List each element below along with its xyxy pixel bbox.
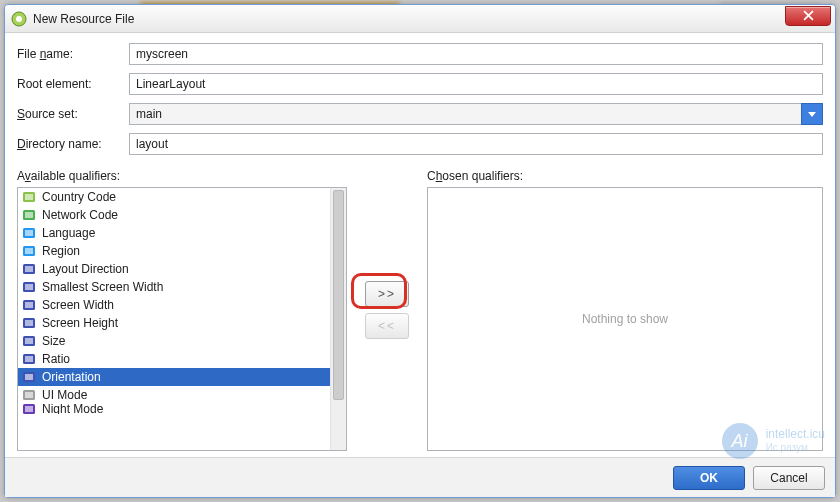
svg-rect-9 bbox=[25, 248, 33, 254]
list-item[interactable]: Screen Height bbox=[18, 314, 330, 332]
svg-rect-13 bbox=[25, 284, 33, 290]
qualifier-icon bbox=[22, 352, 36, 366]
chosen-qualifiers-label: Chosen qualifiers: bbox=[427, 169, 823, 183]
dialog-footer: OK Cancel bbox=[5, 457, 835, 497]
qualifier-icon bbox=[22, 316, 36, 330]
svg-rect-17 bbox=[25, 320, 33, 326]
list-item[interactable]: Night Mode bbox=[18, 404, 330, 414]
qualifier-icon bbox=[22, 244, 36, 258]
svg-rect-19 bbox=[25, 338, 33, 344]
qualifier-icon bbox=[22, 388, 36, 402]
qualifier-icon bbox=[22, 404, 36, 414]
qualifier-icon bbox=[22, 280, 36, 294]
qualifier-icon bbox=[22, 262, 36, 276]
directory-name-label: Directory name: bbox=[17, 137, 129, 151]
list-item-label: Smallest Screen Width bbox=[42, 280, 163, 294]
list-item[interactable]: Region bbox=[18, 242, 330, 260]
qualifier-icon bbox=[22, 208, 36, 222]
list-item[interactable]: Screen Width bbox=[18, 296, 330, 314]
list-item-label: Layout Direction bbox=[42, 262, 129, 276]
qualifier-icon bbox=[22, 226, 36, 240]
list-item[interactable]: Network Code bbox=[18, 206, 330, 224]
available-qualifiers-list[interactable]: Country CodeNetwork CodeLanguageRegionLa… bbox=[17, 187, 347, 451]
scrollbar[interactable] bbox=[330, 188, 346, 450]
list-item[interactable]: Language bbox=[18, 224, 330, 242]
qualifier-icon bbox=[22, 298, 36, 312]
list-item-label: Ratio bbox=[42, 352, 70, 366]
scrollbar-thumb[interactable] bbox=[333, 190, 344, 400]
directory-name-input[interactable] bbox=[129, 133, 823, 155]
qualifier-icon bbox=[22, 370, 36, 384]
window-title: New Resource File bbox=[33, 12, 134, 26]
qualifier-icon bbox=[22, 190, 36, 204]
list-item-label: Country Code bbox=[42, 190, 116, 204]
app-icon bbox=[11, 11, 27, 27]
svg-rect-27 bbox=[25, 406, 33, 412]
list-item-label: Screen Width bbox=[42, 298, 114, 312]
chosen-qualifiers-list[interactable]: Nothing to show bbox=[427, 187, 823, 451]
list-item-label: Language bbox=[42, 226, 95, 240]
available-qualifiers-label: Available qualifiers: bbox=[17, 169, 347, 183]
list-item-label: Network Code bbox=[42, 208, 118, 222]
list-item-label: Size bbox=[42, 334, 65, 348]
list-item[interactable]: Ratio bbox=[18, 350, 330, 368]
source-set-select[interactable]: main bbox=[129, 103, 823, 125]
add-qualifier-button[interactable]: >> bbox=[365, 281, 409, 307]
root-element-input[interactable] bbox=[129, 73, 823, 95]
list-item[interactable]: Layout Direction bbox=[18, 260, 330, 278]
svg-rect-21 bbox=[25, 356, 33, 362]
svg-rect-7 bbox=[25, 230, 33, 236]
svg-rect-5 bbox=[25, 212, 33, 218]
svg-rect-23 bbox=[25, 374, 33, 380]
list-item[interactable]: Country Code bbox=[18, 188, 330, 206]
list-item-label: Night Mode bbox=[42, 404, 103, 414]
list-item[interactable]: Size bbox=[18, 332, 330, 350]
source-set-label: Source set: bbox=[17, 107, 129, 121]
file-name-input[interactable] bbox=[129, 43, 823, 65]
list-item-label: Orientation bbox=[42, 370, 101, 384]
svg-rect-25 bbox=[25, 392, 33, 398]
remove-qualifier-button[interactable]: << bbox=[365, 313, 409, 339]
empty-text: Nothing to show bbox=[582, 312, 668, 326]
source-set-value: main bbox=[129, 103, 801, 125]
list-item[interactable]: Smallest Screen Width bbox=[18, 278, 330, 296]
close-button[interactable] bbox=[785, 6, 831, 26]
svg-rect-11 bbox=[25, 266, 33, 272]
close-icon bbox=[803, 10, 814, 21]
svg-rect-15 bbox=[25, 302, 33, 308]
new-resource-file-dialog: New Resource File File name: Root elemen… bbox=[4, 4, 836, 498]
list-item-label: Screen Height bbox=[42, 316, 118, 330]
ok-button[interactable]: OK bbox=[673, 466, 745, 490]
file-name-label: File name: bbox=[17, 47, 129, 61]
list-item[interactable]: Orientation bbox=[18, 368, 330, 386]
dropdown-icon bbox=[801, 103, 823, 125]
root-element-label: Root element: bbox=[17, 77, 129, 91]
svg-rect-3 bbox=[25, 194, 33, 200]
title-bar: New Resource File bbox=[5, 5, 835, 33]
cancel-button[interactable]: Cancel bbox=[753, 466, 825, 490]
list-item-label: UI Mode bbox=[42, 388, 87, 402]
list-item[interactable]: UI Mode bbox=[18, 386, 330, 404]
list-item-label: Region bbox=[42, 244, 80, 258]
qualifier-icon bbox=[22, 334, 36, 348]
svg-point-1 bbox=[16, 16, 22, 22]
